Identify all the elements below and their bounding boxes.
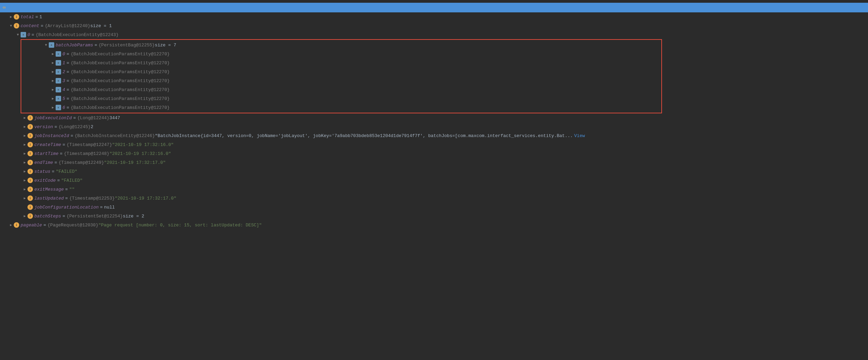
tree-row-param3: ≡ 3 = {BatchJobExecutionParamsEntity@122… (21, 76, 661, 85)
tree-row-jobExecutionId: i jobExecutionId = {Long@12244} 3447 (0, 113, 868, 122)
expand-arrow[interactable] (50, 78, 56, 83)
expand-arrow[interactable] (22, 187, 27, 192)
expand-arrow[interactable] (22, 213, 27, 219)
info-icon: i (14, 14, 19, 20)
tree-row-total: i total = 1 (0, 12, 868, 21)
row-content: 4 = {BatchJobExecutionParamsEntity@12270… (62, 87, 170, 92)
oo-icon: ∞ (3, 5, 5, 10)
expand-arrow[interactable] (50, 51, 56, 57)
tree-body: i total = 1 i content = {ArrayList@12240… (0, 12, 868, 229)
tree-row-exitCode: i exitCode = "FAILED" (0, 176, 868, 185)
tree-row-createTime: i createTime = {Timestamp@12247} "2021-1… (0, 140, 868, 149)
view-link[interactable]: View (574, 133, 585, 138)
expand-arrow[interactable] (50, 105, 56, 110)
field-icon: ≡ (56, 96, 61, 101)
expand-arrow[interactable] (8, 222, 14, 228)
row-content: startTime = {Timestamp@12248} "2021-10-1… (34, 151, 171, 156)
row-content: 6 = {BatchJobExecutionParamsEntity@12270… (62, 105, 170, 110)
tree-row-endTime: i endTime = {Timestamp@12249} "2021-10-1… (0, 158, 868, 167)
info-icon: i (27, 169, 33, 174)
expand-arrow[interactable] (22, 115, 27, 121)
tree-row-lastUpdated: i lastUpdated = {Timestamp@12253} "2021-… (0, 194, 868, 203)
expand-arrow[interactable] (22, 133, 27, 138)
tree-row-pageable: i pageable = {PageRequest@12030} "Page r… (0, 221, 868, 229)
tree-row-item0: ≡ 0 = {BatchJobExecutionEntity@12243} (0, 30, 868, 39)
row-content: content = {ArrayList@12240} size = 1 (21, 23, 112, 29)
tree-row-startTime: i startTime = {Timestamp@12248} "2021-10… (0, 149, 868, 158)
field-icon: ≡ (56, 105, 61, 110)
tree-row-param1: ≡ 1 = {BatchJobExecutionParamsEntity@122… (21, 58, 661, 67)
info-icon: i (27, 204, 33, 210)
row-content: createTime = {Timestamp@12247} "2021-10-… (34, 142, 174, 147)
info-icon: i (27, 151, 33, 156)
row-content: 1 = {BatchJobExecutionParamsEntity@12270… (62, 60, 170, 66)
info-icon: i (27, 115, 33, 121)
row-content: exitMessage = "" (34, 187, 75, 192)
tree-row-param4: ≡ 4 = {BatchJobExecutionParamsEntity@122… (21, 85, 661, 94)
tree-row-jobConfigurationLocation: i jobConfigurationLocation = null (0, 203, 868, 212)
expand-arrow[interactable] (15, 32, 21, 37)
tree-row-content: i content = {ArrayList@12240} size = 1 (0, 21, 868, 30)
debug-tree: ∞ i total = 1 i content = {ArrayList@122… (0, 0, 868, 360)
expand-arrow[interactable] (50, 87, 56, 92)
expand-arrow[interactable] (50, 69, 56, 75)
row-content: 0 = {BatchJobExecutionParamsEntity@12270… (62, 52, 170, 57)
row-content: 0 = {BatchJobExecutionEntity@12243} (27, 32, 118, 37)
info-icon: i (27, 187, 33, 192)
tree-row-version: i version = {Long@12245} 2 (0, 122, 868, 131)
tree-row-batchJobParams: ≡ batchJobParams = {PersistentBag@12255}… (21, 41, 661, 49)
info-icon: i (27, 124, 33, 130)
tree-row-param2: ≡ 2 = {BatchJobExecutionParamsEntity@122… (21, 67, 661, 76)
expand-arrow[interactable] (8, 23, 14, 29)
field-icon: ≡ (56, 51, 61, 57)
expand-arrow[interactable] (50, 60, 56, 66)
field-icon: ≡ (56, 60, 61, 66)
field-icon: ≡ (49, 42, 54, 48)
row-content: 3 = {BatchJobExecutionParamsEntity@12270… (62, 78, 170, 83)
info-icon: i (27, 133, 33, 138)
row-content: status = "FAILED" (34, 169, 77, 174)
tree-row-status: i status = "FAILED" (0, 167, 868, 176)
row-content: 2 = {BatchJobExecutionParamsEntity@12270… (62, 69, 170, 75)
row-content: 5 = {BatchJobExecutionParamsEntity@12270… (62, 96, 170, 101)
expand-arrow[interactable] (22, 151, 27, 156)
tree-row-jobInstanceId: i jobInstanceId = {BatchJobInstanceEntit… (0, 131, 868, 140)
no-arrow (22, 204, 27, 210)
info-icon: i (27, 195, 33, 201)
highlighted-section: ≡ batchJobParams = {PersistentBag@12255}… (21, 39, 662, 113)
expand-arrow[interactable] (22, 142, 27, 147)
field-icon: ≡ (21, 32, 26, 37)
row-content: lastUpdated = {Timestamp@12253} "2021-10… (34, 196, 176, 201)
tree-row-batchSteps: i batchSteps = {PersistentSet@12254} siz… (0, 212, 868, 221)
info-icon: i (27, 213, 33, 219)
field-icon: ≡ (56, 78, 61, 83)
row-content: total = 1 (21, 14, 42, 20)
tree-row-param6: ≡ 6 = {BatchJobExecutionParamsEntity@122… (21, 103, 661, 112)
row-content: endTime = {Timestamp@12249} "2021-10-19 … (34, 160, 165, 165)
info-icon: i (14, 23, 19, 29)
row-content: exitCode = "FAILED" (34, 178, 83, 183)
expand-arrow[interactable] (8, 14, 14, 20)
expand-arrow[interactable] (22, 160, 27, 165)
expand-arrow[interactable] (43, 42, 49, 48)
expand-arrow[interactable] (22, 169, 27, 174)
info-icon: i (27, 160, 33, 165)
row-content: jobConfigurationLocation = null (34, 205, 115, 210)
field-icon: ≡ (56, 69, 61, 75)
info-icon: i (27, 178, 33, 183)
row-content: jobExecutionId = {Long@12244} 3447 (34, 115, 120, 121)
row-content: batchJobParams = {PersistentBag@12255} s… (56, 43, 176, 48)
info-icon: i (27, 142, 33, 147)
tree-row-exitMessage: i exitMessage = "" (0, 185, 868, 194)
expand-arrow[interactable] (50, 96, 56, 101)
expand-arrow[interactable] (22, 195, 27, 201)
expand-arrow[interactable] (22, 124, 27, 130)
header-bar: ∞ (0, 3, 868, 12)
field-icon: ≡ (56, 87, 61, 92)
row-content: jobInstanceId = {BatchJobInstanceEntity@… (34, 133, 585, 138)
row-content: batchSteps = {PersistentSet@12254} size … (34, 214, 144, 219)
info-icon: i (14, 222, 19, 228)
row-content: version = {Long@12245} 2 (34, 124, 93, 130)
tree-row-param0: ≡ 0 = {BatchJobExecutionParamsEntity@122… (21, 49, 661, 58)
expand-arrow[interactable] (22, 178, 27, 183)
